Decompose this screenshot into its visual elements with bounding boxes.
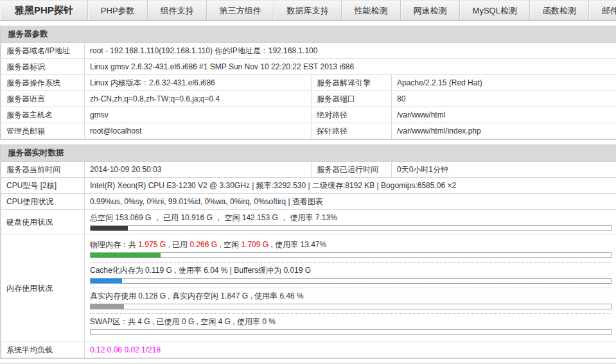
label-load-average: 系统平均负载 [1, 342, 85, 358]
table-row: 管理员邮箱 root@localhost 探针路径 /var/www/html/… [1, 123, 616, 139]
memory-real-text: 真实内存使用 0.128 G , 真实内存空闲 1.847 G , 使用率 6.… [90, 291, 612, 301]
nav-item-thirdparty[interactable]: 第三方组件 [207, 1, 274, 21]
cpu-usage-separator: | [286, 197, 292, 206]
server-params-section: 服务器参数 服务器域名/IP地址 root - 192.168.1.110(19… [0, 26, 616, 140]
memory-swap-block: SWAP区：共 4 G , 已使用 0 G , 空闲 4 G , 使用率 0 % [90, 313, 612, 339]
label-domain-ip: 服务器域名/IP地址 [1, 43, 85, 59]
value-server-lang: zh-CN,zh;q=0.8,zh-TW;q=0.6,ja;q=0.4 [85, 91, 312, 107]
memory-cache-block: Cache化内存为 0.119 G , 使用率 6.04 % | Buffers… [90, 262, 612, 288]
value-cpu-usage: 0.99%us, 0%sy, 0%ni, 99.01%id, 0%wa, 0%i… [85, 194, 616, 210]
value-current-time: 2014-10-09 20:50:03 [85, 162, 312, 178]
value-disk-usage: 总空间 153.069 G ， 已用 10.916 G ， 空闲 142.153… [85, 210, 616, 234]
label-server-lang: 服务器语言 [1, 91, 85, 107]
memory-real-bar-fill [91, 304, 124, 309]
label-current-time: 服务器当前时间 [1, 162, 85, 178]
section-title-server-params: 服务器参数 [1, 26, 616, 43]
realtime-table: 服务器实时数据 服务器当前时间 2014-10-09 20:50:03 服务器已… [1, 144, 616, 358]
disk-usage-bar-fill [91, 226, 128, 230]
label-uptime: 服务器已运行时间 [312, 162, 392, 178]
nav-item-netspeed[interactable]: 网速检测 [401, 1, 460, 21]
nav-item-mail[interactable]: 邮件检测 [589, 1, 616, 21]
table-row: CPU使用状况 0.99%us, 0%sy, 0%ni, 99.01%id, 0… [1, 194, 616, 210]
realtime-section: 服务器实时数据 服务器当前时间 2014-10-09 20:50:03 服务器已… [0, 144, 616, 359]
table-row: 服务器主机名 gmsv 绝对路径 /var/www/html [1, 107, 616, 123]
nav-item-functions[interactable]: 函数检测 [530, 1, 589, 21]
load-average-value: 0.12 0.06 0.02 1/218 [90, 345, 161, 354]
value-probe-path: /var/www/html/index.php [392, 123, 616, 139]
value-cpu-model: Intel(R) Xeon(R) CPU E3-1230 V2 @ 3.30GH… [85, 178, 616, 194]
value-hostname: gmsv [85, 107, 312, 123]
label-abs-path: 绝对路径 [312, 107, 392, 123]
section-title-realtime: 服务器实时数据 [1, 145, 616, 162]
label-probe-path: 探针路径 [312, 123, 392, 139]
label-disk-usage: 硬盘使用状况 [1, 210, 85, 234]
value-abs-path: /var/www/html [392, 107, 616, 123]
value-server-os: Linux 内核版本：2.6.32-431.el6.i686 [85, 75, 312, 91]
value-load-average: 0.12 0.06 0.02 1/218 [85, 342, 616, 358]
table-row: 服务器域名/IP地址 root - 192.168.1.110(192.168.… [1, 43, 616, 59]
memory-swap-bar [90, 329, 612, 335]
memory-cache-bar [90, 278, 612, 284]
nav-brand[interactable]: 雅黑PHP探针 [0, 1, 88, 21]
table-row: 内存使用状况 物理内存：共 1.975 G , 已用 0.266 G , 空闲 … [1, 234, 616, 342]
value-server-ident: Linux gmsv 2.6.32-431.el6.i686 #1 SMP Su… [85, 59, 616, 75]
nav-item-php-params[interactable]: PHP参数 [88, 1, 148, 21]
table-row: 系统平均负载 0.12 0.06 0.02 1/218 [1, 342, 616, 358]
memory-physical-bar-fill [91, 253, 161, 257]
value-domain-ip: root - 192.168.1.110(192.168.1.110) 你的IP… [85, 43, 616, 59]
label-memory-usage: 内存使用状况 [1, 234, 85, 342]
value-admin-mail: root@localhost [85, 123, 312, 139]
memory-cache-text: Cache化内存为 0.119 G , 使用率 6.04 % | Buffers… [90, 265, 612, 275]
memory-physical-text: 物理内存：共 1.975 G , 已用 0.266 G , 空闲 1.709 G… [90, 239, 612, 250]
value-server-port: 80 [392, 91, 616, 107]
memory-real-block: 真实内存使用 0.128 G , 真实内存空闲 1.847 G , 使用率 6.… [90, 288, 612, 313]
nav-item-mysql[interactable]: MySQL检测 [460, 1, 530, 21]
top-nav: 雅黑PHP探针 PHP参数 组件支持 第三方组件 数据库支持 性能检测 网速检测… [0, 0, 616, 21]
cpu-usage-text: 0.99%us, 0%sy, 0%ni, 99.01%id, 0%wa, 0%i… [90, 197, 286, 206]
label-server-engine: 服务器解译引擎 [312, 75, 392, 91]
nav-item-database[interactable]: 数据库支持 [274, 1, 342, 21]
value-uptime: 0天0小时1分钟 [392, 162, 616, 178]
table-row: 服务器操作系统 Linux 内核版本：2.6.32-431.el6.i686 服… [1, 75, 616, 91]
table-row: 硬盘使用状况 总空间 153.069 G ， 已用 10.916 G ， 空闲 … [1, 210, 616, 234]
table-row: 服务器当前时间 2014-10-09 20:50:03 服务器已运行时间 0天0… [1, 162, 616, 178]
label-server-ident: 服务器标识 [1, 59, 85, 75]
memory-swap-text: SWAP区：共 4 G , 已使用 0 G , 空闲 4 G , 使用率 0 % [90, 316, 612, 327]
disk-usage-text: 总空间 153.069 G ， 已用 10.916 G ， 空闲 142.153… [90, 212, 612, 223]
view-chart-link[interactable]: 查看图表 [292, 197, 323, 206]
value-server-engine: Apache/2.2.15 (Red Hat) [392, 75, 616, 91]
label-server-port: 服务器端口 [312, 91, 392, 107]
nav-item-components[interactable]: 组件支持 [148, 1, 207, 21]
memory-physical-block: 物理内存：共 1.975 G , 已用 0.266 G , 空闲 1.709 G… [90, 237, 612, 262]
value-memory-usage: 物理内存：共 1.975 G , 已用 0.266 G , 空闲 1.709 G… [85, 234, 616, 342]
label-cpu-usage: CPU使用状况 [1, 194, 85, 210]
label-cpu-model: CPU型号 [2核] [1, 178, 85, 194]
memory-real-bar [90, 304, 612, 309]
table-row: CPU型号 [2核] Intel(R) Xeon(R) CPU E3-1230 … [1, 178, 616, 194]
label-server-os: 服务器操作系统 [1, 75, 85, 91]
label-hostname: 服务器主机名 [1, 107, 85, 123]
server-params-table: 服务器参数 服务器域名/IP地址 root - 192.168.1.110(19… [1, 26, 616, 139]
nav-item-performance[interactable]: 性能检测 [342, 1, 401, 21]
table-row: 服务器标识 Linux gmsv 2.6.32-431.el6.i686 #1 … [1, 59, 616, 75]
label-admin-mail: 管理员邮箱 [1, 123, 85, 139]
disk-usage-bar [90, 225, 612, 231]
memory-cache-bar-fill [91, 279, 122, 283]
table-row: 服务器语言 zh-CN,zh;q=0.8,zh-TW;q=0.6,ja;q=0.… [1, 91, 616, 107]
memory-physical-bar [90, 252, 612, 258]
